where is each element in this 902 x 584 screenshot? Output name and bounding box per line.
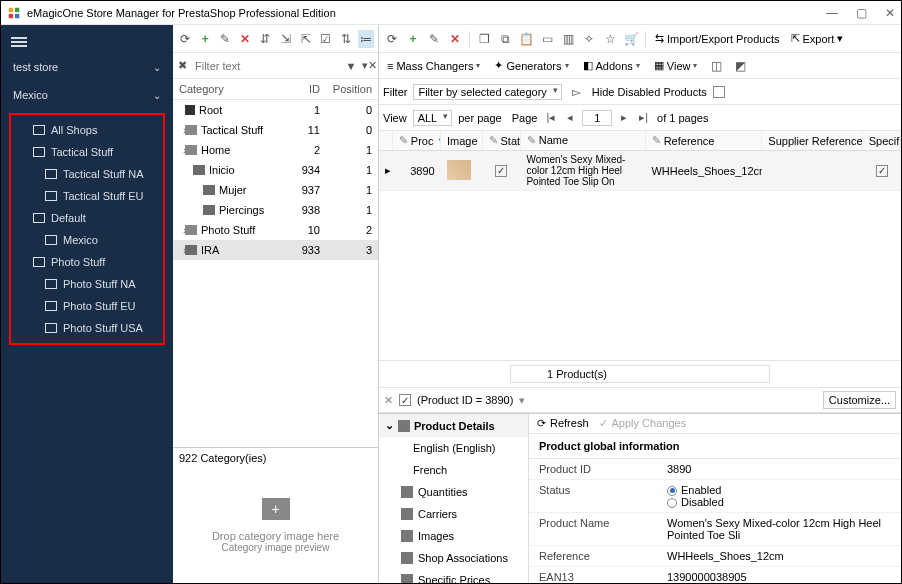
category-row[interactable]: Piercings 9381 [173,200,378,220]
product-paste-icon[interactable]: 📋 [517,30,535,48]
product-wand-icon[interactable]: ✧ [580,30,598,48]
product-row[interactable]: ▸ 3890 Women's Sexy Mixed-color 12cm Hig… [379,151,901,191]
addons-button[interactable]: ◧Addons▾ [579,57,644,74]
expand-icon[interactable]: › [173,124,185,136]
category-row[interactable]: Root 10 [173,100,378,120]
delete-icon[interactable]: ✕ [237,30,253,48]
product-tool5-icon[interactable]: ▥ [559,30,577,48]
check-icon [185,105,195,115]
shop-photo-usa[interactable]: Photo Stuff USA [11,317,163,339]
category-row[interactable]: › IRA 9333 [173,240,378,260]
status-disabled-radio[interactable] [667,498,677,508]
category-image-dropzone[interactable]: + Drop category image here Category imag… [173,468,378,583]
shop-all[interactable]: All Shops [11,119,163,141]
category-row[interactable]: › Home 21 [173,140,378,160]
expand-icon[interactable]: › [173,224,185,236]
page-prev-icon[interactable]: ◂ [564,111,576,124]
filter-mode-combo[interactable]: Filter by selected category [413,84,561,100]
page-next-icon[interactable]: ▸ [618,111,630,124]
customize-button[interactable]: Customize... [823,391,896,409]
hamburger-menu-icon[interactable] [1,25,173,53]
page-number-input[interactable]: 1 [582,110,612,126]
shop-group-default[interactable]: Default [11,207,163,229]
filter-strip-checkbox[interactable] [399,394,411,406]
toggle-check-icon[interactable]: ☑ [318,30,334,48]
product-copy-icon[interactable]: ⧉ [496,30,514,48]
filter-clear-icon[interactable]: ▾✕ [360,57,378,75]
product-edit-icon[interactable]: ✎ [425,30,443,48]
position-icon[interactable]: ⇅ [338,30,354,48]
add-icon[interactable]: + [197,30,213,48]
import-export-button[interactable]: ⇆Import/Export Products [651,30,784,47]
product-specific-checkbox[interactable] [876,165,888,177]
category-row[interactable]: › Photo Stuff 102 [173,220,378,240]
window-minimize[interactable]: — [826,6,838,20]
shop-mexico[interactable]: Mexico [11,229,163,251]
category-filter-input[interactable] [191,58,342,74]
detail-quantities[interactable]: Quantities [379,481,528,503]
product-tool4-icon[interactable]: ▭ [538,30,556,48]
details-refresh-button[interactable]: ⟳Refresh [537,417,589,430]
detail-lang-fr[interactable]: French [379,459,528,481]
sidebar-store[interactable]: test store ⌄ [1,53,173,81]
product-star-icon[interactable]: ☆ [601,30,619,48]
page-first-icon[interactable]: |◂ [543,111,558,124]
tool-extra2-icon[interactable]: ◩ [731,57,749,75]
generators-button[interactable]: ✦Generators▾ [490,57,572,74]
refresh-icon[interactable]: ⟳ [177,30,193,48]
list-icon: ≡ [387,60,393,72]
product-clone-icon[interactable]: ❐ [475,30,493,48]
product-add-icon[interactable]: + [404,30,422,48]
prop-reference[interactable]: WHHeels_Shoes_12cm [659,546,901,566]
product-id-cell: 3890 [393,162,441,180]
status-enabled-radio[interactable] [667,486,677,496]
shop-icon [45,279,57,289]
page-last-icon[interactable]: ▸| [636,111,651,124]
detail-images[interactable]: Images [379,525,528,547]
tool-extra1-icon[interactable]: ◫ [707,57,725,75]
shop-group-tactical[interactable]: Tactical Stuff [11,141,163,163]
chevron-down-icon: ⌄ [153,90,161,101]
expand-icon[interactable]: › [173,164,193,176]
filter-funnel-icon[interactable]: ▼ [342,57,360,75]
category-row[interactable]: Mujer 9371 [173,180,378,200]
tree-options-icon[interactable]: ≔ [358,30,374,48]
shop-group-icon [33,147,45,157]
product-cart-icon[interactable]: 🛒 [622,30,640,48]
shop-photo-na[interactable]: Photo Stuff NA [11,273,163,295]
detail-carriers[interactable]: Carriers [379,503,528,525]
product-refresh-icon[interactable]: ⟳ [383,30,401,48]
window-close[interactable]: ✕ [885,6,895,20]
window-maximize[interactable]: ▢ [856,6,867,20]
expand-all-icon[interactable]: ⇲ [277,30,293,48]
toggle-filter-icon[interactable]: ▻ [568,83,586,101]
filter-strip-close-icon[interactable]: ✕ [384,394,393,407]
edit-icon[interactable]: ✎ [217,30,233,48]
shop-tactical-na[interactable]: Tactical Stuff NA [11,163,163,185]
product-status-checkbox[interactable] [495,165,507,177]
category-row[interactable]: › Inicio 9341 [173,160,378,180]
page-size-combo[interactable]: ALL [413,110,453,126]
hide-disabled-checkbox[interactable] [713,86,725,98]
mass-changers-button[interactable]: ≡Mass Changers▾ [383,58,484,74]
clear-filter-icon[interactable]: ✖ [173,57,191,75]
details-apply-button[interactable]: ✓Apply Changes [599,417,687,430]
prop-product-name[interactable]: Women's Sexy Mixed-color 12cm High Heel … [659,513,901,545]
shop-tactical-eu[interactable]: Tactical Stuff EU [11,185,163,207]
detail-lang-en[interactable]: English (English) [379,437,528,459]
product-delete-icon[interactable]: ✕ [446,30,464,48]
detail-section-header[interactable]: ⌄Product Details [379,414,528,437]
move-up-icon[interactable]: ⇵ [257,30,273,48]
view-button[interactable]: ▦View▾ [650,57,702,74]
collapse-all-icon[interactable]: ⇱ [298,30,314,48]
expand-icon[interactable]: › [173,244,185,256]
export-button[interactable]: ⇱Export▾ [787,30,848,47]
sidebar-location[interactable]: Mexico ⌄ [1,81,173,109]
detail-shop-assoc[interactable]: Shop Associations [379,547,528,569]
prop-ean13[interactable]: 1390000038905 [659,567,901,583]
shop-photo-eu[interactable]: Photo Stuff EU [11,295,163,317]
shop-group-photo[interactable]: Photo Stuff [11,251,163,273]
category-row[interactable]: › Tactical Stuff 110 [173,120,378,140]
detail-specific-prices[interactable]: Specific Prices [379,569,528,583]
expand-icon[interactable]: › [173,144,185,156]
